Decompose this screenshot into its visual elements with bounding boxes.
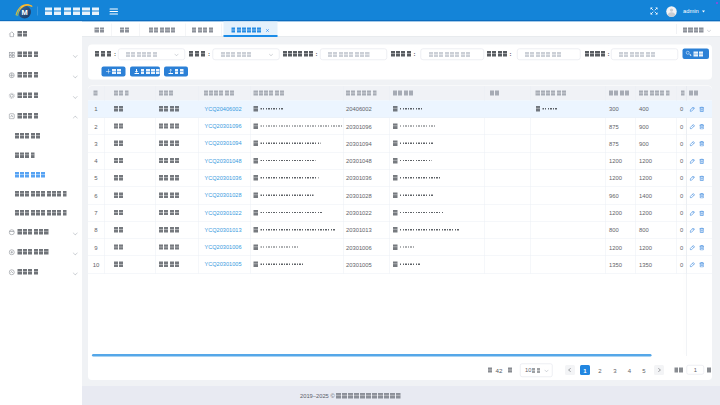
svg-text:M: M — [21, 8, 27, 17]
